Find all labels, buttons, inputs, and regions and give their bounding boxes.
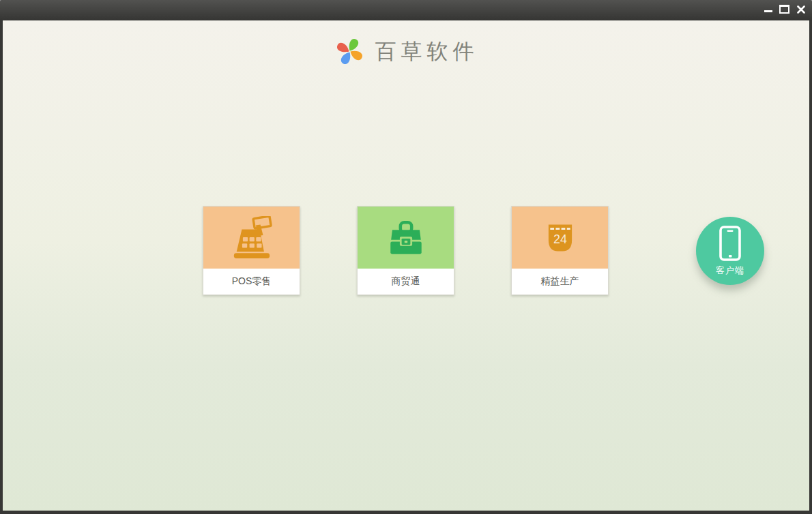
product-label: 商贸通 bbox=[392, 275, 420, 288]
brand-header: 百草软件 bbox=[3, 35, 809, 67]
client-button[interactable]: 客户端 bbox=[696, 217, 764, 285]
product-label-strip: 商贸通 bbox=[358, 269, 454, 294]
product-tile: 24 bbox=[512, 207, 608, 269]
briefcase-icon bbox=[382, 217, 430, 258]
product-card-trade[interactable]: 商贸通 bbox=[357, 206, 454, 295]
window-controls bbox=[763, 0, 812, 20]
product-label: POS零售 bbox=[232, 275, 272, 288]
main-content: 百草软件 bbox=[3, 20, 809, 511]
pinwheel-logo-icon bbox=[334, 35, 366, 67]
product-card-lean[interactable]: 24 精益生产 bbox=[511, 206, 609, 295]
calendar-icon: 24 bbox=[539, 217, 581, 259]
close-icon bbox=[797, 5, 805, 14]
maximize-button[interactable] bbox=[779, 4, 789, 14]
cash-register-icon bbox=[227, 216, 277, 260]
minimize-icon bbox=[764, 10, 772, 12]
client-button-label: 客户端 bbox=[716, 264, 744, 277]
smartphone-icon bbox=[718, 226, 742, 262]
minimize-button[interactable] bbox=[763, 4, 773, 14]
product-label-strip: POS零售 bbox=[203, 269, 300, 294]
product-card-pos[interactable]: POS零售 bbox=[203, 206, 300, 295]
maximize-icon bbox=[779, 5, 789, 14]
close-button[interactable] bbox=[796, 4, 806, 14]
brand-name: 百草软件 bbox=[375, 37, 479, 66]
product-label: 精益生产 bbox=[541, 275, 579, 288]
product-tile bbox=[358, 207, 454, 269]
product-tile bbox=[203, 207, 300, 269]
app-window: 百草软件 bbox=[0, 0, 812, 514]
title-bar bbox=[0, 0, 812, 20]
product-label-strip: 精益生产 bbox=[512, 269, 608, 294]
calendar-badge: 24 bbox=[553, 232, 567, 246]
